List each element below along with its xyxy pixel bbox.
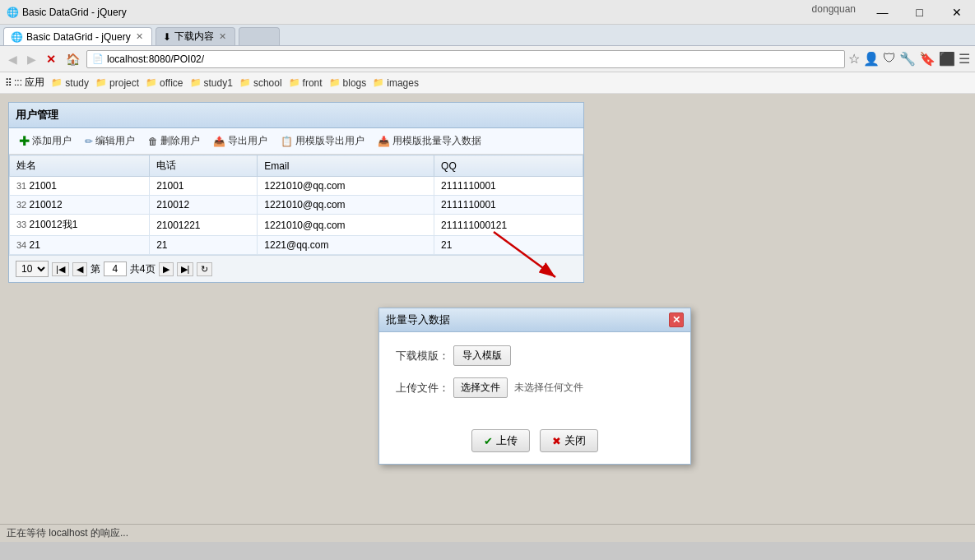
tab-close-2[interactable]: ✕ bbox=[217, 31, 228, 42]
bookmark-study[interactable]: 📁 study bbox=[51, 77, 89, 89]
home-button[interactable]: 🏠 bbox=[63, 51, 83, 67]
star-icon[interactable]: ☆ bbox=[848, 51, 860, 67]
delete-icon: 🗑 bbox=[148, 136, 158, 147]
forward-button[interactable]: ▶ bbox=[24, 51, 39, 67]
add-user-button[interactable]: ✚ 添加用户 bbox=[14, 132, 77, 150]
tab-new[interactable] bbox=[239, 27, 280, 45]
page-icon: 📄 bbox=[92, 53, 104, 64]
table-row[interactable]: 34 21 21 1221@qq.com 21 bbox=[10, 236, 583, 255]
delete-user-button[interactable]: 🗑 删除用户 bbox=[143, 132, 205, 150]
delete-user-label: 删除用户 bbox=[160, 134, 200, 148]
modal-dialog: 批量导入数据 ✕ 下载模版： 导入模版 上传文件： 选择文件 未选择任何文件 ✔… bbox=[378, 308, 691, 465]
export-user-label: 导出用户 bbox=[228, 134, 267, 148]
bookmark-front-label: front bbox=[303, 77, 323, 89]
data-table: 姓名 电话 Email QQ 31 21001 21001 1221010@qq… bbox=[9, 155, 583, 255]
cell-email: 1221010@qq.com bbox=[258, 177, 434, 196]
user-panel-header: 用户管理 bbox=[9, 103, 583, 128]
bookmark-school[interactable]: 📁 school bbox=[239, 77, 282, 89]
cell-qq: 211111000121 bbox=[434, 215, 583, 236]
upload-button[interactable]: ✔ 上传 bbox=[471, 429, 530, 452]
per-page-select[interactable]: 10 20 50 bbox=[16, 261, 49, 277]
tab-label: Basic DataGrid - jQuery bbox=[26, 31, 131, 43]
cell-phone: 210012 bbox=[150, 196, 258, 215]
modal-footer: ✔ 上传 ✖ 关闭 bbox=[379, 423, 690, 464]
apps-grid-icon: ⠿ bbox=[5, 77, 12, 89]
edit-user-button[interactable]: ✏ 编辑用户 bbox=[80, 132, 140, 150]
titlebar-left: 🌐 Basic DataGrid - jQuery bbox=[7, 7, 127, 18]
tab-close-1[interactable]: ✕ bbox=[134, 31, 145, 42]
reload-button[interactable]: ✕ bbox=[43, 51, 59, 67]
titlebar-controls: dongquan — □ ✕ bbox=[804, 0, 975, 25]
prev-page-button[interactable]: ◀ bbox=[72, 262, 87, 276]
tab-download-icon: ⬇ bbox=[163, 31, 171, 43]
address-url: localhost:8080/POI02/ bbox=[107, 53, 204, 65]
shield-icon[interactable]: 🛡 bbox=[883, 51, 896, 67]
table-row[interactable]: 33 210012我1 21001221 1221010@qq.com 2111… bbox=[10, 215, 583, 236]
bookmark-blogs[interactable]: 📁 blogs bbox=[329, 77, 367, 89]
export-icon: 📤 bbox=[213, 136, 225, 147]
bookmark-study-label: study bbox=[65, 77, 89, 89]
page-label: 第 bbox=[91, 262, 100, 276]
bookmark-icon[interactable]: 🔖 bbox=[919, 51, 936, 67]
cell-phone: 21001221 bbox=[150, 215, 258, 236]
folder-icon-project: 📁 bbox=[95, 77, 107, 88]
cell-name: 34 21 bbox=[10, 236, 150, 255]
folder-icon-study1: 📁 bbox=[190, 77, 202, 88]
batch-import-icon: 📥 bbox=[378, 136, 390, 147]
bookmark-study1[interactable]: 📁 study1 bbox=[190, 77, 233, 89]
last-page-button[interactable]: ▶| bbox=[177, 262, 194, 276]
bookmark-school-label: school bbox=[253, 77, 282, 89]
refresh-button[interactable]: ↻ bbox=[197, 262, 212, 276]
bookmark-images-label: images bbox=[387, 77, 419, 89]
address-box[interactable]: 📄 localhost:8080/POI02/ bbox=[86, 50, 845, 68]
edit-icon: ✏ bbox=[85, 136, 93, 147]
tab-bar: 🌐 Basic DataGrid - jQuery ✕ ⬇ 下载内容 ✕ bbox=[0, 25, 975, 46]
add-icon: ✚ bbox=[19, 133, 30, 149]
batch-import-button[interactable]: 📥 用模版批量导入数据 bbox=[373, 132, 486, 150]
download-template-button[interactable]: 导入模版 bbox=[453, 345, 511, 366]
bookmark-study1-label: study1 bbox=[204, 77, 233, 89]
table-row[interactable]: 31 21001 21001 1221010@qq.com 2111110001 bbox=[10, 177, 583, 196]
edit-user-label: 编辑用户 bbox=[95, 134, 135, 148]
table-row[interactable]: 32 210012 210012 1221010@qq.com 21111100… bbox=[10, 196, 583, 215]
apps2-icon[interactable]: ⬛ bbox=[939, 51, 955, 67]
bookmark-office[interactable]: 📁 office bbox=[146, 77, 183, 89]
bookmark-images[interactable]: 📁 images bbox=[373, 77, 419, 89]
user-label: dongquan bbox=[804, 0, 864, 25]
import-template-button[interactable]: 📋 用模版导出用户 bbox=[276, 132, 369, 150]
tab-download[interactable]: ⬇ 下载内容 ✕ bbox=[156, 27, 235, 45]
bookmark-front[interactable]: 📁 front bbox=[289, 77, 323, 89]
first-page-button[interactable]: |◀ bbox=[52, 262, 69, 276]
apps-button[interactable]: ⠿ ::: 应用 bbox=[5, 76, 44, 90]
back-button[interactable]: ◀ bbox=[5, 51, 21, 67]
choose-file-button[interactable]: 选择文件 bbox=[453, 377, 508, 398]
export-user-button[interactable]: 📤 导出用户 bbox=[208, 132, 272, 150]
user-toolbar: ✚ 添加用户 ✏ 编辑用户 🗑 删除用户 📤 导出用户 📋 用模版导出用户 📥 bbox=[9, 128, 583, 155]
tab-download-label: 下载内容 bbox=[174, 30, 214, 44]
status-text: 正在等待 localhost 的响应... bbox=[7, 526, 128, 540]
modal-close-button[interactable]: ✕ bbox=[669, 312, 684, 327]
minimize-button[interactable]: — bbox=[864, 0, 901, 25]
statusbar: 正在等待 localhost 的响应... bbox=[0, 524, 975, 542]
bookmark-project[interactable]: 📁 project bbox=[95, 77, 139, 89]
next-page-button[interactable]: ▶ bbox=[159, 262, 174, 276]
modal-body: 下载模版： 导入模版 上传文件： 选择文件 未选择任何文件 bbox=[379, 332, 690, 423]
cell-name: 33 210012我1 bbox=[10, 215, 150, 236]
add-user-label: 添加用户 bbox=[32, 134, 72, 148]
modal-close-action-button[interactable]: ✖ 关闭 bbox=[540, 429, 598, 452]
close-button[interactable]: ✕ bbox=[938, 0, 975, 25]
upload-file-row: 上传文件： 选择文件 未选择任何文件 bbox=[396, 377, 674, 398]
page-input[interactable] bbox=[104, 261, 127, 276]
bookmark-office-label: office bbox=[160, 77, 183, 89]
batch-import-label: 用模版批量导入数据 bbox=[392, 134, 481, 148]
tab-datagrid[interactable]: 🌐 Basic DataGrid - jQuery ✕ bbox=[3, 27, 152, 45]
main-area: 用户管理 ✚ 添加用户 ✏ 编辑用户 🗑 删除用户 📤 导出用户 📋 用模版导出… bbox=[0, 94, 975, 542]
bookmarks-bar: ⠿ ::: 应用 📁 study 📁 project 📁 office 📁 st… bbox=[0, 72, 975, 94]
menu-icon[interactable]: ☰ bbox=[959, 51, 970, 67]
maximize-button[interactable]: □ bbox=[901, 0, 938, 25]
extension-icon[interactable]: 🔧 bbox=[899, 51, 916, 67]
modal-title: 批量导入数据 bbox=[386, 312, 450, 327]
profile-icon[interactable]: 👤 bbox=[863, 51, 880, 67]
col-phone: 电话 bbox=[150, 155, 258, 177]
cell-email: 1221010@qq.com bbox=[258, 196, 434, 215]
